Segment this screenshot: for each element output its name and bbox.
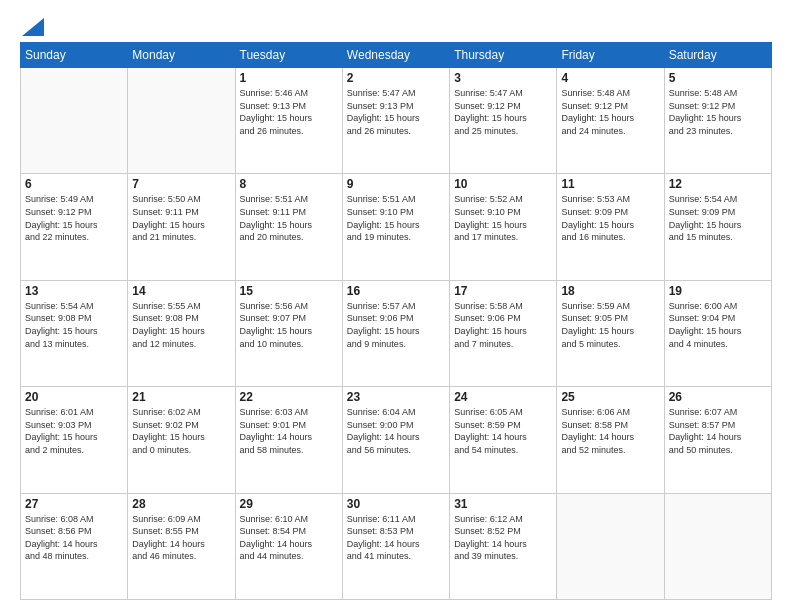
day-number: 15 bbox=[240, 284, 338, 298]
day-info: Sunrise: 6:12 AM Sunset: 8:52 PM Dayligh… bbox=[454, 513, 552, 563]
calendar-cell: 24Sunrise: 6:05 AM Sunset: 8:59 PM Dayli… bbox=[450, 387, 557, 493]
calendar-cell: 29Sunrise: 6:10 AM Sunset: 8:54 PM Dayli… bbox=[235, 493, 342, 599]
calendar-day-header: Thursday bbox=[450, 43, 557, 68]
calendar-cell bbox=[664, 493, 771, 599]
calendar-day-header: Tuesday bbox=[235, 43, 342, 68]
day-number: 16 bbox=[347, 284, 445, 298]
day-info: Sunrise: 5:48 AM Sunset: 9:12 PM Dayligh… bbox=[561, 87, 659, 137]
day-info: Sunrise: 5:55 AM Sunset: 9:08 PM Dayligh… bbox=[132, 300, 230, 350]
day-number: 12 bbox=[669, 177, 767, 191]
day-info: Sunrise: 6:08 AM Sunset: 8:56 PM Dayligh… bbox=[25, 513, 123, 563]
day-number: 10 bbox=[454, 177, 552, 191]
calendar-cell: 31Sunrise: 6:12 AM Sunset: 8:52 PM Dayli… bbox=[450, 493, 557, 599]
day-info: Sunrise: 5:52 AM Sunset: 9:10 PM Dayligh… bbox=[454, 193, 552, 243]
calendar-cell: 30Sunrise: 6:11 AM Sunset: 8:53 PM Dayli… bbox=[342, 493, 449, 599]
day-info: Sunrise: 5:54 AM Sunset: 9:09 PM Dayligh… bbox=[669, 193, 767, 243]
calendar-cell: 23Sunrise: 6:04 AM Sunset: 9:00 PM Dayli… bbox=[342, 387, 449, 493]
calendar-cell: 22Sunrise: 6:03 AM Sunset: 9:01 PM Dayli… bbox=[235, 387, 342, 493]
day-info: Sunrise: 6:05 AM Sunset: 8:59 PM Dayligh… bbox=[454, 406, 552, 456]
day-info: Sunrise: 5:59 AM Sunset: 9:05 PM Dayligh… bbox=[561, 300, 659, 350]
day-number: 18 bbox=[561, 284, 659, 298]
day-info: Sunrise: 6:03 AM Sunset: 9:01 PM Dayligh… bbox=[240, 406, 338, 456]
calendar-cell: 7Sunrise: 5:50 AM Sunset: 9:11 PM Daylig… bbox=[128, 174, 235, 280]
calendar-cell: 5Sunrise: 5:48 AM Sunset: 9:12 PM Daylig… bbox=[664, 68, 771, 174]
calendar-day-header: Monday bbox=[128, 43, 235, 68]
day-info: Sunrise: 5:57 AM Sunset: 9:06 PM Dayligh… bbox=[347, 300, 445, 350]
day-number: 27 bbox=[25, 497, 123, 511]
day-info: Sunrise: 5:54 AM Sunset: 9:08 PM Dayligh… bbox=[25, 300, 123, 350]
calendar-day-header: Friday bbox=[557, 43, 664, 68]
calendar-cell: 3Sunrise: 5:47 AM Sunset: 9:12 PM Daylig… bbox=[450, 68, 557, 174]
day-number: 31 bbox=[454, 497, 552, 511]
day-info: Sunrise: 6:11 AM Sunset: 8:53 PM Dayligh… bbox=[347, 513, 445, 563]
day-number: 25 bbox=[561, 390, 659, 404]
day-info: Sunrise: 5:47 AM Sunset: 9:12 PM Dayligh… bbox=[454, 87, 552, 137]
calendar-day-header: Sunday bbox=[21, 43, 128, 68]
calendar-cell: 6Sunrise: 5:49 AM Sunset: 9:12 PM Daylig… bbox=[21, 174, 128, 280]
day-number: 21 bbox=[132, 390, 230, 404]
day-info: Sunrise: 5:58 AM Sunset: 9:06 PM Dayligh… bbox=[454, 300, 552, 350]
day-number: 19 bbox=[669, 284, 767, 298]
day-info: Sunrise: 6:06 AM Sunset: 8:58 PM Dayligh… bbox=[561, 406, 659, 456]
calendar-day-header: Wednesday bbox=[342, 43, 449, 68]
day-info: Sunrise: 6:02 AM Sunset: 9:02 PM Dayligh… bbox=[132, 406, 230, 456]
day-number: 20 bbox=[25, 390, 123, 404]
day-number: 17 bbox=[454, 284, 552, 298]
day-number: 22 bbox=[240, 390, 338, 404]
calendar-cell: 25Sunrise: 6:06 AM Sunset: 8:58 PM Dayli… bbox=[557, 387, 664, 493]
calendar-cell: 1Sunrise: 5:46 AM Sunset: 9:13 PM Daylig… bbox=[235, 68, 342, 174]
day-number: 8 bbox=[240, 177, 338, 191]
logo-text bbox=[20, 18, 44, 36]
calendar-cell: 27Sunrise: 6:08 AM Sunset: 8:56 PM Dayli… bbox=[21, 493, 128, 599]
day-number: 9 bbox=[347, 177, 445, 191]
calendar-cell: 13Sunrise: 5:54 AM Sunset: 9:08 PM Dayli… bbox=[21, 280, 128, 386]
calendar-cell: 28Sunrise: 6:09 AM Sunset: 8:55 PM Dayli… bbox=[128, 493, 235, 599]
calendar-cell: 20Sunrise: 6:01 AM Sunset: 9:03 PM Dayli… bbox=[21, 387, 128, 493]
day-number: 23 bbox=[347, 390, 445, 404]
calendar-cell: 19Sunrise: 6:00 AM Sunset: 9:04 PM Dayli… bbox=[664, 280, 771, 386]
calendar-week-row: 27Sunrise: 6:08 AM Sunset: 8:56 PM Dayli… bbox=[21, 493, 772, 599]
calendar-cell: 16Sunrise: 5:57 AM Sunset: 9:06 PM Dayli… bbox=[342, 280, 449, 386]
day-info: Sunrise: 6:09 AM Sunset: 8:55 PM Dayligh… bbox=[132, 513, 230, 563]
calendar-cell: 10Sunrise: 5:52 AM Sunset: 9:10 PM Dayli… bbox=[450, 174, 557, 280]
calendar-cell: 8Sunrise: 5:51 AM Sunset: 9:11 PM Daylig… bbox=[235, 174, 342, 280]
logo-icon bbox=[22, 18, 44, 36]
calendar-week-row: 6Sunrise: 5:49 AM Sunset: 9:12 PM Daylig… bbox=[21, 174, 772, 280]
day-info: Sunrise: 6:07 AM Sunset: 8:57 PM Dayligh… bbox=[669, 406, 767, 456]
day-number: 24 bbox=[454, 390, 552, 404]
calendar-cell: 18Sunrise: 5:59 AM Sunset: 9:05 PM Dayli… bbox=[557, 280, 664, 386]
day-number: 5 bbox=[669, 71, 767, 85]
calendar-cell: 26Sunrise: 6:07 AM Sunset: 8:57 PM Dayli… bbox=[664, 387, 771, 493]
calendar-week-row: 13Sunrise: 5:54 AM Sunset: 9:08 PM Dayli… bbox=[21, 280, 772, 386]
day-info: Sunrise: 6:01 AM Sunset: 9:03 PM Dayligh… bbox=[25, 406, 123, 456]
day-info: Sunrise: 5:50 AM Sunset: 9:11 PM Dayligh… bbox=[132, 193, 230, 243]
day-info: Sunrise: 5:48 AM Sunset: 9:12 PM Dayligh… bbox=[669, 87, 767, 137]
day-info: Sunrise: 5:51 AM Sunset: 9:10 PM Dayligh… bbox=[347, 193, 445, 243]
calendar-cell: 15Sunrise: 5:56 AM Sunset: 9:07 PM Dayli… bbox=[235, 280, 342, 386]
calendar-cell: 17Sunrise: 5:58 AM Sunset: 9:06 PM Dayli… bbox=[450, 280, 557, 386]
day-number: 6 bbox=[25, 177, 123, 191]
day-info: Sunrise: 6:00 AM Sunset: 9:04 PM Dayligh… bbox=[669, 300, 767, 350]
calendar-cell: 12Sunrise: 5:54 AM Sunset: 9:09 PM Dayli… bbox=[664, 174, 771, 280]
calendar-cell bbox=[128, 68, 235, 174]
day-number: 7 bbox=[132, 177, 230, 191]
day-info: Sunrise: 5:56 AM Sunset: 9:07 PM Dayligh… bbox=[240, 300, 338, 350]
calendar-week-row: 1Sunrise: 5:46 AM Sunset: 9:13 PM Daylig… bbox=[21, 68, 772, 174]
day-number: 4 bbox=[561, 71, 659, 85]
logo bbox=[20, 18, 44, 32]
day-info: Sunrise: 5:46 AM Sunset: 9:13 PM Dayligh… bbox=[240, 87, 338, 137]
day-number: 30 bbox=[347, 497, 445, 511]
calendar-cell: 2Sunrise: 5:47 AM Sunset: 9:13 PM Daylig… bbox=[342, 68, 449, 174]
calendar-week-row: 20Sunrise: 6:01 AM Sunset: 9:03 PM Dayli… bbox=[21, 387, 772, 493]
calendar-cell: 4Sunrise: 5:48 AM Sunset: 9:12 PM Daylig… bbox=[557, 68, 664, 174]
day-number: 26 bbox=[669, 390, 767, 404]
day-number: 3 bbox=[454, 71, 552, 85]
calendar-cell: 9Sunrise: 5:51 AM Sunset: 9:10 PM Daylig… bbox=[342, 174, 449, 280]
calendar-cell bbox=[21, 68, 128, 174]
svg-marker-0 bbox=[22, 18, 44, 36]
calendar-cell: 11Sunrise: 5:53 AM Sunset: 9:09 PM Dayli… bbox=[557, 174, 664, 280]
day-info: Sunrise: 5:47 AM Sunset: 9:13 PM Dayligh… bbox=[347, 87, 445, 137]
day-number: 2 bbox=[347, 71, 445, 85]
day-info: Sunrise: 5:49 AM Sunset: 9:12 PM Dayligh… bbox=[25, 193, 123, 243]
day-info: Sunrise: 6:04 AM Sunset: 9:00 PM Dayligh… bbox=[347, 406, 445, 456]
